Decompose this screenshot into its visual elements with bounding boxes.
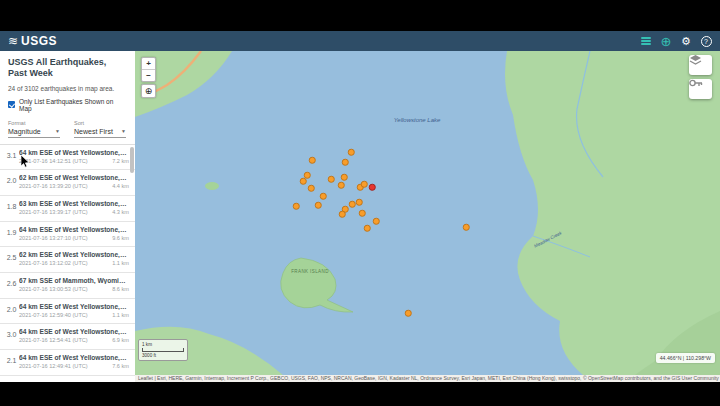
- event-depth: 4.4 km: [112, 183, 129, 189]
- event-time: 2021-07-16 13:39:17 (UTC): [19, 209, 88, 215]
- earthquake-marker-orange[interactable]: [405, 310, 412, 317]
- chevron-down-icon: ▼: [55, 128, 60, 134]
- layers-button[interactable]: [689, 55, 712, 75]
- list-scrollbar[interactable]: [130, 147, 134, 173]
- letterbox-top: [0, 0, 720, 31]
- sort-select-group: Sort Newest First ▼: [74, 120, 126, 138]
- earthquake-list-item[interactable]: 2.0 62 km ESE of West Yellowstone,… 2021…: [0, 170, 135, 196]
- magnitude-value: 1.8: [4, 200, 19, 210]
- help-button[interactable]: ?: [700, 35, 712, 47]
- earthquake-list-item[interactable]: 3.1 64 km ESE of West Yellowstone,… 2021…: [0, 145, 135, 171]
- globe-icon: ⊕: [145, 86, 153, 96]
- legend-button[interactable]: [689, 79, 712, 99]
- earthquake-list-item[interactable]: 2.6 67 km SSE of Mammoth, Wyomi… 2021-07…: [0, 273, 135, 299]
- event-depth: 1.1 km: [112, 312, 129, 318]
- event-depth: 4.3 km: [112, 209, 129, 215]
- format-value: Magnitude: [8, 128, 41, 135]
- earthquake-marker-orange[interactable]: [293, 203, 300, 210]
- event-depth: 7.2 km: [112, 158, 129, 164]
- event-title: 62 km ESE of West Yellowstone,…: [19, 174, 129, 181]
- app-header: ≋ USGS ⊕ ⚙ ?: [0, 31, 720, 51]
- earthquake-marker-orange[interactable]: [309, 157, 316, 164]
- earthquake-marker-orange[interactable]: [338, 182, 345, 189]
- event-subline: 2021-07-16 13:27:10 (UTC) 9.6 km: [19, 235, 129, 241]
- magnitude-value: 1.9: [4, 226, 19, 236]
- event-info: 64 km ESE of West Yellowstone,… 2021-07-…: [19, 303, 129, 318]
- earthquake-marker-orange[interactable]: [320, 193, 327, 200]
- scale-ft-label: 3000 ft: [142, 353, 184, 358]
- magnitude-value: 2.0: [4, 303, 19, 313]
- event-info: 62 km ESE of West Yellowstone,… 2021-07-…: [19, 251, 129, 266]
- event-depth: 9.6 km: [112, 235, 129, 241]
- earthquake-marker-orange[interactable]: [315, 202, 322, 209]
- event-subline: 2021-07-16 13:39:17 (UTC) 4.3 km: [19, 209, 129, 215]
- event-time: 2021-07-16 13:00:53 (UTC): [19, 286, 88, 292]
- earthquake-marker-orange[interactable]: [359, 210, 366, 217]
- cursor-coordinates: 44.466°N | 110.298°W: [656, 353, 715, 363]
- usgs-logo-text: USGS: [21, 34, 57, 48]
- earthquake-list-item[interactable]: 2.0 64 km ESE of West Yellowstone,… 2021…: [0, 299, 135, 325]
- earthquake-marker-red[interactable]: [369, 184, 376, 191]
- event-title: 64 km ESE of West Yellowstone,…: [19, 303, 129, 310]
- event-info: 63 km ESE of West Yellowstone,… 2021-07-…: [19, 200, 129, 215]
- earthquake-marker-orange[interactable]: [300, 178, 307, 185]
- page-title: USGS All Earthquakes, Past Week: [8, 57, 127, 80]
- event-subline: 2021-07-16 13:12:02 (UTC) 1.1 km: [19, 260, 129, 266]
- event-subline: 2021-07-16 12:54:41 (UTC) 6.9 km: [19, 337, 129, 343]
- list-view-icon[interactable]: [640, 35, 652, 47]
- earthquake-marker-orange[interactable]: [349, 201, 356, 208]
- home-extent-button[interactable]: ⊕: [141, 84, 156, 98]
- earthquake-sidebar: USGS All Earthquakes, Past Week 24 of 31…: [0, 51, 135, 382]
- map-attribution: Leaflet | Esri, HERE, Garmin, Intermap, …: [135, 375, 720, 382]
- usgs-logo[interactable]: ≋ USGS: [8, 34, 57, 48]
- earthquake-marker-orange[interactable]: [339, 211, 346, 218]
- event-title: 64 km ESE of West Yellowstone,…: [19, 328, 129, 335]
- event-info: 62 km ESE of West Yellowstone,… 2021-07-…: [19, 174, 129, 189]
- format-select[interactable]: Magnitude ▼: [8, 126, 60, 138]
- earthquake-marker-orange[interactable]: [356, 199, 363, 206]
- magnitude-value: 2.6: [4, 277, 19, 287]
- magnitude-value: 3.0: [4, 328, 19, 338]
- earthquake-marker-orange[interactable]: [361, 181, 368, 188]
- event-title: 64 km ESE of West Yellowstone,…: [19, 354, 129, 361]
- event-subline: 2021-07-16 13:00:53 (UTC) 8.6 km: [19, 286, 129, 292]
- earthquake-marker-orange[interactable]: [373, 218, 380, 225]
- map-canvas[interactable]: Yellowstone Lake FRANK ISLAND Meadow Cre…: [135, 51, 720, 375]
- event-time: 2021-07-16 12:49:41 (UTC): [19, 363, 88, 369]
- settings-button[interactable]: ⚙: [680, 35, 692, 47]
- map-terrain: [135, 51, 720, 375]
- earthquake-list-item[interactable]: 1.8 63 km ESE of West Yellowstone,… 2021…: [0, 196, 135, 222]
- earthquake-list-item[interactable]: 1.9 64 km ESE of West Yellowstone,… 2021…: [0, 222, 135, 248]
- earthquake-marker-orange[interactable]: [348, 149, 355, 156]
- earthquake-count: 24 of 3102 earthquakes in map area.: [8, 85, 127, 92]
- earthquake-marker-orange[interactable]: [308, 185, 315, 192]
- usgs-wave-icon: ≋: [8, 35, 18, 47]
- header-icons: ⊕ ⚙ ?: [640, 35, 712, 47]
- event-title: 62 km ESE of West Yellowstone,…: [19, 251, 129, 258]
- sort-select[interactable]: Newest First ▼: [74, 126, 126, 138]
- only-list-shown-label: Only List Earthquakes Shown on Map: [19, 98, 127, 112]
- earthquake-list-item[interactable]: 3.0 64 km ESE of West Yellowstone,… 2021…: [0, 324, 135, 350]
- help-icon: ?: [701, 36, 712, 47]
- earthquake-marker-orange[interactable]: [328, 176, 335, 183]
- earthquake-marker-orange[interactable]: [342, 159, 349, 166]
- earthquake-marker-orange[interactable]: [341, 174, 348, 181]
- dot-island: [205, 182, 219, 190]
- globe-view-icon[interactable]: ⊕: [660, 35, 672, 47]
- key-icon: [689, 79, 703, 87]
- event-info: 64 km ESE of West Yellowstone,… 2021-07-…: [19, 149, 129, 164]
- earthquake-marker-orange[interactable]: [463, 224, 470, 231]
- event-info: 64 km ESE of West Yellowstone,… 2021-07-…: [19, 354, 129, 369]
- event-time: 2021-07-16 13:39:20 (UTC): [19, 183, 88, 189]
- only-list-shown-checkbox[interactable]: [8, 101, 15, 108]
- zoom-in-button[interactable]: +: [142, 58, 155, 69]
- earthquake-marker-orange[interactable]: [364, 225, 371, 232]
- event-depth: 7.6 km: [112, 363, 129, 369]
- earthquake-list-item[interactable]: 2.5 62 km ESE of West Yellowstone,… 2021…: [0, 247, 135, 273]
- zoom-out-button[interactable]: −: [142, 69, 155, 81]
- magnitude-value: 2.5: [4, 251, 19, 261]
- earthquake-list-item[interactable]: 2.1 64 km ESE of West Yellowstone,… 2021…: [0, 350, 135, 376]
- sort-value: Newest First: [74, 128, 113, 135]
- letterbox-bottom: [0, 382, 720, 406]
- event-title: 63 km ESE of West Yellowstone,…: [19, 200, 129, 207]
